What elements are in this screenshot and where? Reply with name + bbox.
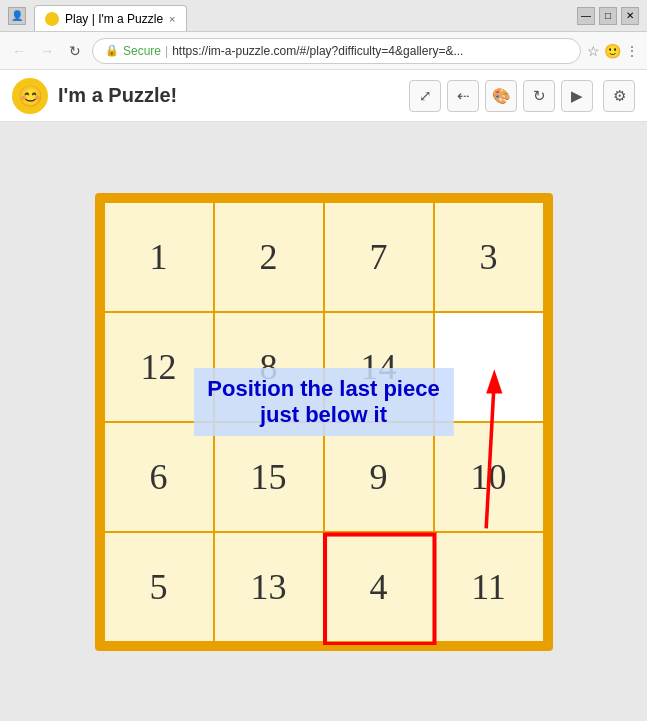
puzzle-cell-6[interactable]: 6 (105, 423, 213, 531)
toolbar-buttons: ⤢ ⇠ 🎨 ↻ ▶ (409, 80, 593, 112)
close-btn[interactable]: ✕ (621, 7, 639, 25)
address-bar: ← → ↻ 🔒 Secure | https://im-a-puzzle.com… (0, 32, 647, 70)
puzzle-cell-2[interactable]: 2 (215, 203, 323, 311)
secure-label: Secure (123, 44, 161, 58)
browser-tab[interactable]: Play | I'm a Puzzle × (34, 5, 187, 31)
smiley-icon[interactable]: 🙂 (604, 43, 621, 59)
maximize-btn[interactable]: □ (599, 7, 617, 25)
palette-btn[interactable]: 🎨 (485, 80, 517, 112)
app-title: I'm a Puzzle! (58, 84, 399, 107)
url-text: https://im-a-puzzle.com/#/play?difficult… (172, 44, 463, 58)
puzzle-cell-empty[interactable] (435, 313, 543, 421)
puzzle-cell-15[interactable]: 15 (215, 423, 323, 531)
address-right-controls: ☆ 🙂 ⋮ (587, 43, 639, 59)
tab-favicon (45, 12, 59, 26)
address-input[interactable]: 🔒 Secure | https://im-a-puzzle.com/#/pla… (92, 38, 581, 64)
settings-btn[interactable]: ⚙ (603, 80, 635, 112)
puzzle-cell-3[interactable]: 3 (435, 203, 543, 311)
bookmark-icon[interactable]: ☆ (587, 43, 600, 59)
tab-close-btn[interactable]: × (169, 13, 175, 25)
back-btn[interactable]: ← (8, 40, 30, 62)
title-bar: 👤 Play | I'm a Puzzle × — □ ✕ (0, 0, 647, 32)
minimize-btn[interactable]: — (577, 7, 595, 25)
window-controls: 👤 (8, 7, 26, 25)
refresh-btn[interactable]: ↻ (64, 40, 86, 62)
puzzle-cell-11[interactable]: 11 (435, 533, 543, 641)
play-btn[interactable]: ▶ (561, 80, 593, 112)
share-btn[interactable]: ⇠ (447, 80, 479, 112)
puzzle-cell-9[interactable]: 9 (325, 423, 433, 531)
puzzle-grid: 127312814615910513411 (105, 203, 543, 641)
puzzle-cell-14[interactable]: 14 (325, 313, 433, 421)
puzzle-cell-10[interactable]: 10 (435, 423, 543, 531)
forward-btn[interactable]: → (36, 40, 58, 62)
profile-btn[interactable]: 👤 (8, 7, 26, 25)
url-separator: | (165, 44, 168, 58)
main-content: 127312814615910513411 Position the last … (0, 122, 647, 721)
puzzle-board: 127312814615910513411 Position the last … (95, 193, 553, 651)
puzzle-cell-7[interactable]: 7 (325, 203, 433, 311)
refresh-puzzle-btn[interactable]: ↻ (523, 80, 555, 112)
puzzle-cell-1[interactable]: 1 (105, 203, 213, 311)
tab-title: Play | I'm a Puzzle (65, 12, 163, 26)
app-logo: 😊 (12, 78, 48, 114)
puzzle-cell-8[interactable]: 8 (215, 313, 323, 421)
app-header: 😊 I'm a Puzzle! ⤢ ⇠ 🎨 ↻ ▶ ⚙ (0, 70, 647, 122)
gear-icon: ⚙ (613, 87, 626, 105)
win-buttons: — □ ✕ (577, 7, 639, 25)
tab-area: Play | I'm a Puzzle × (34, 0, 577, 31)
puzzle-cell-12[interactable]: 12 (105, 313, 213, 421)
logo-emoji: 😊 (18, 84, 43, 108)
puzzle-cell-13[interactable]: 13 (215, 533, 323, 641)
lock-icon: 🔒 (105, 44, 119, 57)
puzzle-cell-4[interactable]: 4 (325, 533, 433, 641)
puzzle-cell-5[interactable]: 5 (105, 533, 213, 641)
expand-btn[interactable]: ⤢ (409, 80, 441, 112)
menu-icon[interactable]: ⋮ (625, 43, 639, 59)
